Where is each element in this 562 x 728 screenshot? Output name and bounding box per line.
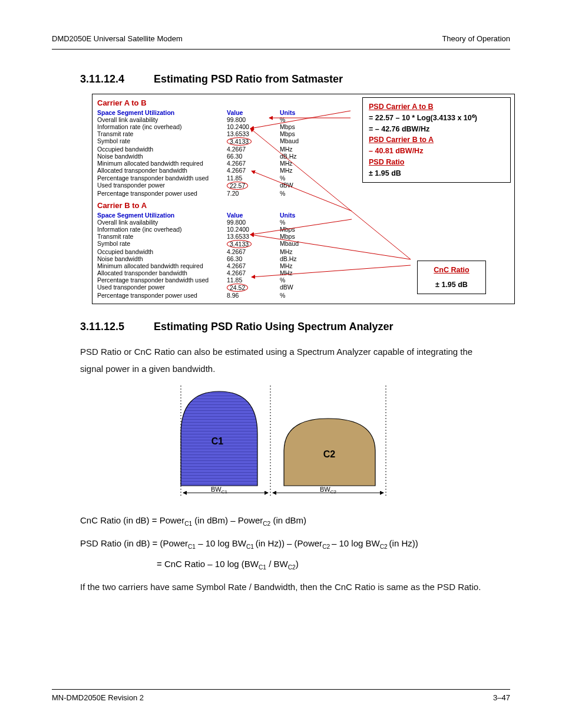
header-left: DMD2050E Universal Satellite Modem	[52, 34, 183, 43]
param-cell: Percentage transponder power used	[97, 190, 227, 197]
unit-cell: dBW	[280, 182, 321, 190]
page-footer: MN-DMD2050E Revision 2 3–47	[52, 689, 510, 702]
col-header-units: Units	[280, 212, 321, 219]
value-cell: 4.2667	[227, 248, 280, 255]
value-cell: 4.2667	[227, 262, 280, 269]
value-cell: 8.96	[227, 292, 280, 299]
unit-cell: %	[280, 174, 321, 182]
value-cell: 11.85	[227, 276, 280, 284]
section-title: Estimating PSD Ratio from Satmaster	[154, 73, 343, 85]
unit-cell: %	[280, 116, 321, 123]
header-right: Theory of Operation	[442, 34, 510, 43]
unit-cell: Mbaud	[280, 137, 321, 146]
unit-cell: Mbps	[280, 130, 321, 137]
value-cell: 7.20	[227, 190, 280, 197]
param-cell: Noise bandwidth	[97, 153, 227, 160]
col-header-value: Value	[227, 212, 280, 219]
value-cell: 99.800	[227, 219, 280, 226]
value-cell: 66.30	[227, 255, 280, 262]
value-cell: 4.2667	[227, 167, 280, 174]
value-cell: 13.6533	[227, 130, 280, 137]
col-header-param: Space Segment Utilization	[97, 212, 227, 219]
unit-cell: %	[280, 276, 321, 284]
unit-cell: Mbps	[280, 123, 321, 130]
param-cell: Percentage transponder bandwidth used	[97, 276, 227, 284]
satmaster-figure: Carrier A to B Space Segment Utilization…	[92, 94, 515, 304]
equation-psd: PSD Ratio (in dB) = (PowerC1 – 10 log BW…	[80, 535, 510, 552]
value-cell: 10.2400	[227, 123, 280, 130]
param-cell: Transmit rate	[97, 233, 227, 240]
unit-cell: MHz	[280, 262, 321, 269]
value-cell: 4.2667	[227, 146, 280, 153]
param-cell: Percentage transponder bandwidth used	[97, 174, 227, 182]
unit-cell: MHz	[280, 160, 321, 167]
param-cell: Minimum allocated bandwidth required	[97, 160, 227, 167]
section-number: 3.11.12.4	[80, 73, 151, 85]
cnc-callout: CnC Ratio ± 1.95 dB	[417, 261, 486, 295]
unit-cell: Mbps	[280, 233, 321, 240]
value-cell: 24.52	[227, 284, 280, 292]
unit-cell: dB.Hz	[280, 255, 321, 262]
param-cell: Occupied bandwidth	[97, 248, 227, 255]
param-cell: Symbol rate	[97, 240, 227, 248]
param-cell: Overall link availability	[97, 116, 227, 123]
param-cell: Percentage transponder power used	[97, 292, 227, 299]
value-cell: 10.2400	[227, 226, 280, 233]
svg-text:BWC1: BWC1	[211, 486, 228, 495]
unit-cell: %	[280, 292, 321, 299]
param-cell: Information rate (inc overhead)	[97, 226, 227, 233]
unit-cell: Mbaud	[280, 240, 321, 248]
col-header-value: Value	[227, 109, 280, 116]
unit-cell: %	[280, 219, 321, 226]
unit-cell: dB.Hz	[280, 153, 321, 160]
param-cell: Symbol rate	[97, 137, 227, 146]
param-cell: Overall link availability	[97, 219, 227, 226]
unit-cell: dBW	[280, 284, 321, 292]
equation-psd2: = CnC Ratio – 10 log (BWC1 / BWC2)	[157, 559, 510, 571]
value-cell: 4.2667	[227, 160, 280, 167]
unit-cell: MHz	[280, 248, 321, 255]
param-cell: Occupied bandwidth	[97, 146, 227, 153]
value-cell: 13.6533	[227, 233, 280, 240]
value-cell: 99.800	[227, 116, 280, 123]
param-cell: Allocated transponder bandwidth	[97, 269, 227, 276]
svg-text:BWC2: BWC2	[320, 486, 337, 495]
footer-right: 3–47	[493, 693, 510, 702]
spectrum-diagram: C1 C2 BWC1 BWC2	[52, 381, 510, 507]
svg-text:C2: C2	[323, 449, 336, 459]
footer-left: MN-DMD2050E Revision 2	[52, 693, 144, 702]
value-cell: 3.4133	[227, 137, 280, 146]
section-heading-4: 3.11.12.4 Estimating PSD Ratio from Satm…	[80, 73, 510, 85]
param-cell: Information rate (inc overhead)	[97, 123, 227, 130]
svg-text:C1: C1	[211, 436, 224, 446]
value-cell: 3.4133	[227, 240, 280, 248]
unit-cell: Mbps	[280, 226, 321, 233]
psd-callout: PSD Carrier A to B = 22.57 – 10 * Log(3.…	[362, 97, 511, 183]
param-cell: Used transponder power	[97, 284, 227, 292]
paragraph-1: PSD Ratio or CnC Ratio can also be estim…	[80, 344, 482, 377]
param-cell: Transmit rate	[97, 130, 227, 137]
carrier-b-title: Carrier B to A	[97, 202, 510, 210]
col-header-units: Units	[280, 109, 321, 116]
param-cell: Used transponder power	[97, 182, 227, 190]
col-header-param: Space Segment Utilization	[97, 109, 227, 116]
section-heading-5: 3.11.12.5 Estimating PSD Ratio Using Spe…	[80, 321, 510, 333]
section-title: Estimating PSD Ratio Using Spectrum Anal…	[154, 321, 393, 332]
value-cell: 4.2667	[227, 269, 280, 276]
unit-cell: MHz	[280, 167, 321, 174]
param-cell: Allocated transponder bandwidth	[97, 167, 227, 174]
param-cell: Noise bandwidth	[97, 255, 227, 262]
unit-cell: %	[280, 190, 321, 197]
param-cell: Minimum allocated bandwidth required	[97, 262, 227, 269]
unit-cell: MHz	[280, 269, 321, 276]
value-cell: 22.57	[227, 182, 280, 190]
value-cell: 66.30	[227, 153, 280, 160]
paragraph-2: If the two carriers have same Symbol Rat…	[80, 579, 482, 596]
section-number: 3.11.12.5	[80, 321, 151, 333]
equation-cnc: CnC Ratio (in dB) = PowerC1 (in dBm) – P…	[80, 515, 510, 527]
value-cell: 11.85	[227, 174, 280, 182]
unit-cell: MHz	[280, 146, 321, 153]
